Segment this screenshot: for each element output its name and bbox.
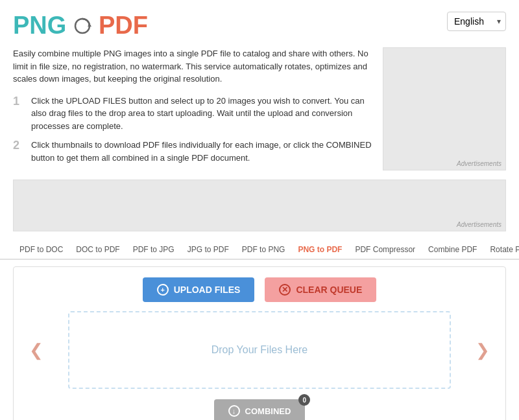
tab-png-to-pdf[interactable]: PNG to PDF xyxy=(291,240,348,260)
nav-tabs: PDF to DOC DOC to PDF PDF to JPG JPG to … xyxy=(0,240,519,260)
upload-files-button[interactable]: + UPLOAD FILES xyxy=(143,277,255,302)
step-1: 1 Click the UPLOAD FILES button and sele… xyxy=(13,95,372,133)
combined-label: COMBINED xyxy=(245,406,291,416)
step-1-text: Click the UPLOAD FILES button and select… xyxy=(31,95,372,133)
carousel-right-button[interactable]: ❯ xyxy=(470,340,495,360)
download-icon: ↓ xyxy=(228,405,240,417)
drop-zone-text: Drop Your Files Here xyxy=(211,344,308,356)
combined-area: ↓ COMBINED 0 xyxy=(24,399,495,420)
right-ad-banner: Advertisements xyxy=(383,47,506,170)
clear-queue-button[interactable]: ✕ CLEAR QUEUE xyxy=(265,277,376,302)
file-carousel: ❮ Drop Your Files Here ❯ xyxy=(24,311,495,389)
tool-area: + UPLOAD FILES ✕ CLEAR QUEUE ❮ Drop Your… xyxy=(13,266,506,420)
step-2: 2 Click thumbnails to download PDF files… xyxy=(13,139,372,164)
bottom-ad-label: Advertisements xyxy=(457,221,501,228)
right-ad-label: Advertisements xyxy=(457,160,501,167)
tab-doc-to-pdf[interactable]: DOC to PDF xyxy=(69,240,126,260)
steps-list: 1 Click the UPLOAD FILES button and sele… xyxy=(13,95,372,165)
language-selector[interactable]: English Spanish French German ▾ xyxy=(447,12,506,31)
description-text: Easily combine multiple PNG images into … xyxy=(13,47,372,86)
logo-png: PNG xyxy=(13,12,66,40)
step-2-num: 2 xyxy=(13,139,23,164)
tab-pdf-to-png[interactable]: PDF to PNG xyxy=(235,240,292,260)
drop-zone[interactable]: Drop Your Files Here xyxy=(68,311,451,389)
tab-pdf-to-jpg[interactable]: PDF to JPG xyxy=(127,240,181,260)
tab-combine-pdf[interactable]: Combine PDF xyxy=(422,240,483,260)
tab-jpg-to-pdf[interactable]: JPG to PDF xyxy=(181,240,235,260)
left-content: Easily combine multiple PNG images into … xyxy=(13,47,372,170)
logo: PNG PDF xyxy=(13,12,148,40)
upload-icon: + xyxy=(157,284,169,296)
combined-count-badge: 0 xyxy=(298,394,310,406)
language-dropdown[interactable]: English Spanish French German xyxy=(447,12,506,31)
tool-buttons: + UPLOAD FILES ✕ CLEAR QUEUE xyxy=(24,277,495,302)
step-2-text: Click thumbnails to download PDF files i… xyxy=(31,139,372,164)
tab-pdf-to-doc[interactable]: PDF to DOC xyxy=(13,240,69,260)
logo-pdf: PDF xyxy=(99,12,148,40)
svg-marker-1 xyxy=(88,23,91,27)
header: PNG PDF English Spanish French German ▾ xyxy=(0,0,519,40)
rotate-icon xyxy=(73,17,91,35)
tab-rotate-pdf[interactable]: Rotate PDF xyxy=(483,240,519,260)
clear-label: CLEAR QUEUE xyxy=(296,285,362,295)
tab-pdf-compressor[interactable]: PDF Compressor xyxy=(348,240,422,260)
clear-icon: ✕ xyxy=(279,284,291,296)
upload-label: UPLOAD FILES xyxy=(174,285,241,295)
logo-to xyxy=(68,16,97,36)
carousel-left-button[interactable]: ❮ xyxy=(24,340,49,360)
combined-button[interactable]: ↓ COMBINED 0 xyxy=(214,399,306,420)
content-area: Easily combine multiple PNG images into … xyxy=(0,40,519,170)
step-1-num: 1 xyxy=(13,95,23,133)
bottom-ad-banner: Advertisements xyxy=(13,180,506,231)
